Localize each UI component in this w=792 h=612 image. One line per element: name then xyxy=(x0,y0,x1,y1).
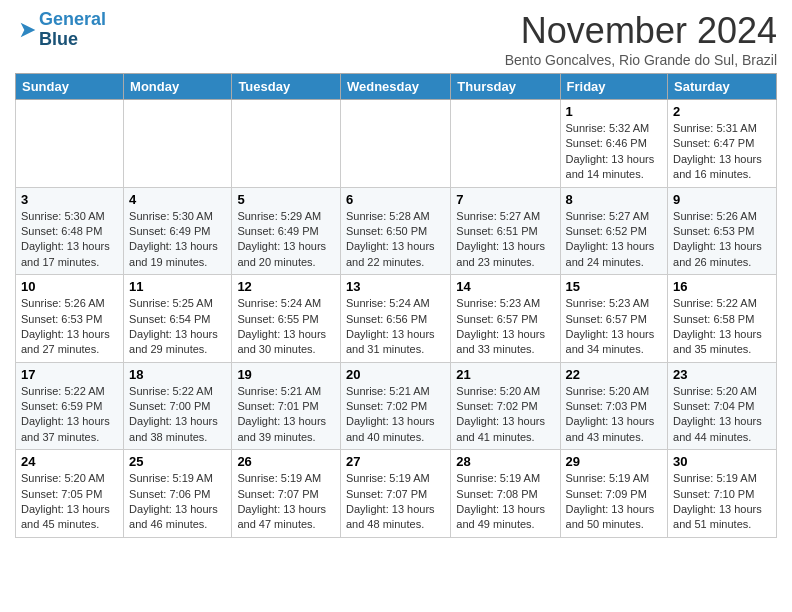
calendar-week-row: 1Sunrise: 5:32 AM Sunset: 6:46 PM Daylig… xyxy=(16,100,777,188)
day-number: 16 xyxy=(673,279,771,294)
calendar-day-cell: 28Sunrise: 5:19 AM Sunset: 7:08 PM Dayli… xyxy=(451,450,560,538)
calendar-day-cell: 10Sunrise: 5:26 AM Sunset: 6:53 PM Dayli… xyxy=(16,275,124,363)
day-number: 28 xyxy=(456,454,554,469)
calendar-day-cell: 18Sunrise: 5:22 AM Sunset: 7:00 PM Dayli… xyxy=(124,362,232,450)
day-info: Sunrise: 5:22 AM Sunset: 6:58 PM Dayligh… xyxy=(673,296,771,358)
day-number: 19 xyxy=(237,367,335,382)
day-number: 12 xyxy=(237,279,335,294)
calendar-day-header: Wednesday xyxy=(340,74,450,100)
calendar-day-cell: 14Sunrise: 5:23 AM Sunset: 6:57 PM Dayli… xyxy=(451,275,560,363)
day-number: 14 xyxy=(456,279,554,294)
day-number: 4 xyxy=(129,192,226,207)
day-info: Sunrise: 5:20 AM Sunset: 7:05 PM Dayligh… xyxy=(21,471,118,533)
calendar-day-cell xyxy=(124,100,232,188)
day-number: 7 xyxy=(456,192,554,207)
calendar-day-cell: 6Sunrise: 5:28 AM Sunset: 6:50 PM Daylig… xyxy=(340,187,450,275)
calendar-day-cell xyxy=(451,100,560,188)
calendar-day-cell: 21Sunrise: 5:20 AM Sunset: 7:02 PM Dayli… xyxy=(451,362,560,450)
calendar-day-cell: 3Sunrise: 5:30 AM Sunset: 6:48 PM Daylig… xyxy=(16,187,124,275)
day-info: Sunrise: 5:19 AM Sunset: 7:10 PM Dayligh… xyxy=(673,471,771,533)
calendar-day-cell: 24Sunrise: 5:20 AM Sunset: 7:05 PM Dayli… xyxy=(16,450,124,538)
calendar-header-row: SundayMondayTuesdayWednesdayThursdayFrid… xyxy=(16,74,777,100)
calendar-day-cell: 13Sunrise: 5:24 AM Sunset: 6:56 PM Dayli… xyxy=(340,275,450,363)
day-number: 11 xyxy=(129,279,226,294)
day-info: Sunrise: 5:32 AM Sunset: 6:46 PM Dayligh… xyxy=(566,121,663,183)
day-number: 18 xyxy=(129,367,226,382)
calendar-week-row: 24Sunrise: 5:20 AM Sunset: 7:05 PM Dayli… xyxy=(16,450,777,538)
calendar-day-cell xyxy=(340,100,450,188)
day-info: Sunrise: 5:19 AM Sunset: 7:07 PM Dayligh… xyxy=(346,471,445,533)
calendar-table: SundayMondayTuesdayWednesdayThursdayFrid… xyxy=(15,73,777,538)
calendar-day-cell: 29Sunrise: 5:19 AM Sunset: 7:09 PM Dayli… xyxy=(560,450,668,538)
calendar-day-cell: 5Sunrise: 5:29 AM Sunset: 6:49 PM Daylig… xyxy=(232,187,341,275)
day-number: 5 xyxy=(237,192,335,207)
day-number: 6 xyxy=(346,192,445,207)
calendar-day-cell: 9Sunrise: 5:26 AM Sunset: 6:53 PM Daylig… xyxy=(668,187,777,275)
calendar-day-header: Thursday xyxy=(451,74,560,100)
day-number: 24 xyxy=(21,454,118,469)
calendar-day-cell: 1Sunrise: 5:32 AM Sunset: 6:46 PM Daylig… xyxy=(560,100,668,188)
day-number: 15 xyxy=(566,279,663,294)
day-number: 2 xyxy=(673,104,771,119)
day-info: Sunrise: 5:30 AM Sunset: 6:48 PM Dayligh… xyxy=(21,209,118,271)
calendar-day-cell: 8Sunrise: 5:27 AM Sunset: 6:52 PM Daylig… xyxy=(560,187,668,275)
day-number: 20 xyxy=(346,367,445,382)
logo-icon xyxy=(17,19,39,41)
day-number: 22 xyxy=(566,367,663,382)
calendar-day-cell: 23Sunrise: 5:20 AM Sunset: 7:04 PM Dayli… xyxy=(668,362,777,450)
day-number: 17 xyxy=(21,367,118,382)
calendar-day-cell: 25Sunrise: 5:19 AM Sunset: 7:06 PM Dayli… xyxy=(124,450,232,538)
logo-line1: General xyxy=(39,9,106,29)
day-number: 23 xyxy=(673,367,771,382)
day-info: Sunrise: 5:19 AM Sunset: 7:08 PM Dayligh… xyxy=(456,471,554,533)
calendar-day-header: Monday xyxy=(124,74,232,100)
day-number: 10 xyxy=(21,279,118,294)
day-info: Sunrise: 5:22 AM Sunset: 7:00 PM Dayligh… xyxy=(129,384,226,446)
day-info: Sunrise: 5:30 AM Sunset: 6:49 PM Dayligh… xyxy=(129,209,226,271)
calendar-day-cell: 27Sunrise: 5:19 AM Sunset: 7:07 PM Dayli… xyxy=(340,450,450,538)
day-number: 8 xyxy=(566,192,663,207)
day-info: Sunrise: 5:20 AM Sunset: 7:02 PM Dayligh… xyxy=(456,384,554,446)
day-number: 1 xyxy=(566,104,663,119)
location-subtitle: Bento Goncalves, Rio Grande do Sul, Braz… xyxy=(505,52,777,68)
calendar-week-row: 3Sunrise: 5:30 AM Sunset: 6:48 PM Daylig… xyxy=(16,187,777,275)
day-info: Sunrise: 5:19 AM Sunset: 7:06 PM Dayligh… xyxy=(129,471,226,533)
day-number: 3 xyxy=(21,192,118,207)
calendar-day-cell: 19Sunrise: 5:21 AM Sunset: 7:01 PM Dayli… xyxy=(232,362,341,450)
calendar-day-cell: 20Sunrise: 5:21 AM Sunset: 7:02 PM Dayli… xyxy=(340,362,450,450)
day-info: Sunrise: 5:29 AM Sunset: 6:49 PM Dayligh… xyxy=(237,209,335,271)
day-info: Sunrise: 5:21 AM Sunset: 7:01 PM Dayligh… xyxy=(237,384,335,446)
calendar-day-cell xyxy=(16,100,124,188)
calendar-day-header: Friday xyxy=(560,74,668,100)
day-info: Sunrise: 5:27 AM Sunset: 6:51 PM Dayligh… xyxy=(456,209,554,271)
day-info: Sunrise: 5:19 AM Sunset: 7:09 PM Dayligh… xyxy=(566,471,663,533)
day-info: Sunrise: 5:21 AM Sunset: 7:02 PM Dayligh… xyxy=(346,384,445,446)
calendar-day-header: Sunday xyxy=(16,74,124,100)
month-title: November 2024 xyxy=(505,10,777,52)
calendar-day-cell: 22Sunrise: 5:20 AM Sunset: 7:03 PM Dayli… xyxy=(560,362,668,450)
day-number: 26 xyxy=(237,454,335,469)
day-info: Sunrise: 5:26 AM Sunset: 6:53 PM Dayligh… xyxy=(673,209,771,271)
day-info: Sunrise: 5:28 AM Sunset: 6:50 PM Dayligh… xyxy=(346,209,445,271)
calendar-day-cell: 15Sunrise: 5:23 AM Sunset: 6:57 PM Dayli… xyxy=(560,275,668,363)
calendar-day-cell: 26Sunrise: 5:19 AM Sunset: 7:07 PM Dayli… xyxy=(232,450,341,538)
day-info: Sunrise: 5:26 AM Sunset: 6:53 PM Dayligh… xyxy=(21,296,118,358)
title-block: November 2024 Bento Goncalves, Rio Grand… xyxy=(505,10,777,68)
day-number: 29 xyxy=(566,454,663,469)
calendar-week-row: 17Sunrise: 5:22 AM Sunset: 6:59 PM Dayli… xyxy=(16,362,777,450)
day-info: Sunrise: 5:20 AM Sunset: 7:04 PM Dayligh… xyxy=(673,384,771,446)
day-info: Sunrise: 5:25 AM Sunset: 6:54 PM Dayligh… xyxy=(129,296,226,358)
calendar-day-cell: 30Sunrise: 5:19 AM Sunset: 7:10 PM Dayli… xyxy=(668,450,777,538)
day-info: Sunrise: 5:24 AM Sunset: 6:55 PM Dayligh… xyxy=(237,296,335,358)
day-info: Sunrise: 5:22 AM Sunset: 6:59 PM Dayligh… xyxy=(21,384,118,446)
day-number: 27 xyxy=(346,454,445,469)
calendar-day-cell: 4Sunrise: 5:30 AM Sunset: 6:49 PM Daylig… xyxy=(124,187,232,275)
calendar-day-cell: 12Sunrise: 5:24 AM Sunset: 6:55 PM Dayli… xyxy=(232,275,341,363)
logo-line2: Blue xyxy=(39,29,78,49)
day-info: Sunrise: 5:27 AM Sunset: 6:52 PM Dayligh… xyxy=(566,209,663,271)
main-container: General Blue November 2024 Bento Goncalv… xyxy=(0,0,792,548)
day-number: 30 xyxy=(673,454,771,469)
logo-text: General Blue xyxy=(39,10,106,50)
logo: General Blue xyxy=(15,10,106,50)
calendar-day-header: Tuesday xyxy=(232,74,341,100)
